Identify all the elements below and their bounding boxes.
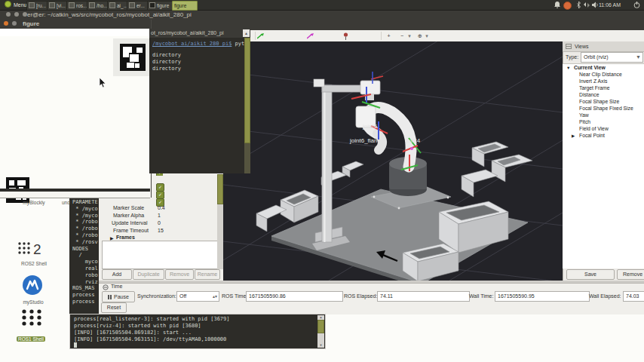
- reset-button[interactable]: Reset: [101, 302, 127, 313]
- frames-label[interactable]: Frames: [116, 235, 135, 240]
- tree-item[interactable]: Focal Shape Size: [579, 99, 619, 104]
- publish-point-pin-icon: [343, 32, 348, 40]
- property-value[interactable]: 15: [158, 228, 164, 233]
- property-value[interactable]: 0.4: [158, 205, 165, 210]
- add-tool-button[interactable]: +: [384, 31, 394, 41]
- remove-tool-button[interactable]: −: [397, 31, 407, 41]
- scrollbar-thumb[interactable]: [244, 38, 250, 143]
- terminal-icon: [89, 2, 95, 8]
- nav-goal-tool-button[interactable]: 2D Nav Goal: [307, 31, 342, 41]
- figure-canvas[interactable]: [0, 36, 150, 189]
- small-terminal-content[interactable]: /mycobot_ai/aikit_280_pi$ pyth directory…: [149, 38, 250, 173]
- minimize-icon[interactable]: [12, 21, 17, 26]
- tree-item[interactable]: Distance: [579, 92, 599, 97]
- ros-time-field[interactable]: 1671505590.86: [246, 291, 343, 302]
- terminal-line: directory: [152, 52, 181, 59]
- terminal-scrollbar[interactable]: ▲ ▼: [317, 315, 324, 348]
- tree-item-current-view[interactable]: Current View: [574, 65, 606, 70]
- remove-tool-dropdown[interactable]: ▾: [406, 31, 412, 41]
- desktop-icon-ros1-shell[interactable]: ROS1 Shell: [14, 308, 53, 336]
- terminal-line: [INFO] [1671505504.963151]: /dev/ttyAMA0…: [74, 336, 226, 343]
- ros1-shell-icon: [20, 308, 43, 327]
- tree-expander-icon[interactable]: ▶: [572, 133, 575, 138]
- ros2-shell-icon: 2: [17, 240, 50, 256]
- tf-label-joint4: joint4: [405, 137, 421, 144]
- ros-time-label: ROS Time:: [222, 293, 247, 299]
- terminal-scrollbar[interactable]: [244, 38, 250, 173]
- views-type-combo[interactable]: Orbit (rviz) ▼: [581, 52, 643, 63]
- collapse-icon[interactable]: [103, 284, 109, 290]
- property-value[interactable]: 0: [158, 220, 161, 225]
- taskbar-window-button-active[interactable]: figure: [172, 1, 198, 11]
- wall-time-field[interactable]: 1671505590.95: [495, 291, 590, 302]
- tree-item[interactable]: Focal Shape Fixed Size: [579, 106, 633, 111]
- pose-estimate-tool-button[interactable]: 2D Pose Estimate: [256, 31, 306, 41]
- tf-label-joint5: joint5: [362, 123, 378, 130]
- desktop-icon-label-myblockly[interactable]: myBlockly: [11, 200, 57, 205]
- minimize-icon[interactable]: [14, 12, 19, 17]
- network-icon[interactable]: [584, 2, 590, 8]
- displays-remove-button[interactable]: Remove: [165, 269, 194, 280]
- views-panel-header[interactable]: Views: [563, 41, 644, 52]
- tree-item[interactable]: Yaw: [579, 112, 589, 118]
- displays-rename-button[interactable]: Rename: [195, 269, 220, 280]
- tree-item[interactable]: Field of View: [579, 126, 609, 131]
- clock[interactable]: 11:06 AM: [599, 0, 621, 10]
- figure-window: figure: [0, 20, 152, 198]
- close-icon[interactable]: [4, 21, 8, 26]
- tree-item[interactable]: Pitch: [579, 119, 590, 124]
- property-value[interactable]: 1: [158, 213, 161, 218]
- sync-combo[interactable]: Off ▴▾: [176, 291, 219, 302]
- views-save-button[interactable]: Save: [566, 269, 615, 280]
- scrollbar-thumb[interactable]: [317, 320, 324, 333]
- scroll-up-icon[interactable]: ▲: [243, 29, 250, 37]
- desktop: PARAMETE * /myco * /myco * /robo * /robo…: [0, 0, 644, 362]
- figure-title: figure: [23, 20, 39, 27]
- tree-item[interactable]: Target Frame: [579, 85, 609, 90]
- wall-elapsed-field[interactable]: 74.03: [623, 291, 644, 302]
- scroll-down-icon[interactable]: ▼: [317, 343, 324, 348]
- power-icon[interactable]: [633, 2, 640, 8]
- frames-expander-icon[interactable]: ▶: [110, 235, 114, 241]
- ros-elapsed-field[interactable]: 74.11: [377, 291, 470, 302]
- terminal-line: [INFO] [1671505504.869182]: start ...: [74, 330, 192, 336]
- displays-duplicate-button[interactable]: Duplicate: [133, 269, 164, 280]
- wall-time-label: Wall Time:: [469, 293, 493, 299]
- notification-bell-icon[interactable]: [554, 2, 560, 8]
- tree-item-focal-point[interactable]: Focal Point: [579, 133, 605, 138]
- scrollbar-thumb[interactable]: [217, 174, 223, 204]
- displays-scrollbar[interactable]: [217, 174, 223, 269]
- terminal-line: process: [72, 299, 98, 305]
- user-avatar[interactable]: [563, 2, 572, 10]
- terminal-line: directory: [152, 59, 181, 66]
- displays-add-button[interactable]: Add: [102, 269, 132, 280]
- focus-tool-dropdown[interactable]: ▾: [424, 31, 430, 41]
- volume-icon[interactable]: [592, 2, 599, 8]
- scroll-up-icon[interactable]: ▲: [317, 315, 324, 320]
- views-remove-button[interactable]: Remove: [617, 269, 644, 280]
- tree-expander-icon[interactable]: ▼: [566, 66, 570, 70]
- terminal-line: * /robo: [72, 232, 98, 239]
- bluetooth-icon[interactable]: [577, 2, 581, 8]
- close-icon[interactable]: [6, 12, 11, 17]
- views-tree: ▼ Current View Near Clip Distance Invert…: [563, 63, 644, 268]
- pause-button[interactable]: Pause: [102, 291, 135, 302]
- chevron-down-icon: ▼: [636, 53, 641, 62]
- rviz-3d-viewport[interactable]: joint5 joint6_flange joint4: [223, 41, 563, 281]
- terminal-line: PARAMETE: [72, 199, 98, 206]
- publish-point-tool-button[interactable]: Publish Point: [343, 31, 379, 41]
- terminal-line: /: [72, 252, 98, 259]
- small-terminal-titlebar[interactable]: ot_ros/mycobot_ai/aikit_280_pi ▲: [149, 29, 250, 38]
- desktop-icon-mystudio[interactable]: myStudio: [14, 275, 53, 305]
- figure-titlebar[interactable]: figure: [0, 20, 150, 29]
- bottom-terminal-window: process[real_listener-3]: started with p…: [69, 314, 326, 349]
- pause-icon: [108, 295, 109, 299]
- taskbar-window-button[interactable]: figure: [147, 1, 175, 11]
- tree-item[interactable]: Invert Z Axis: [579, 78, 607, 84]
- menu-button[interactable]: Menu: [2, 0, 30, 10]
- figure-icon: [149, 2, 155, 8]
- tree-item[interactable]: Near Clip Distance: [579, 72, 622, 77]
- views-panel-title: Views: [575, 44, 589, 49]
- desktop-icon-ros2-shell[interactable]: 2 ROS2 Shell: [17, 240, 51, 267]
- background-terminal-titlebar[interactable]: er@er: ~/catkin_ws/src/mycobot_ros/mycob…: [0, 10, 644, 20]
